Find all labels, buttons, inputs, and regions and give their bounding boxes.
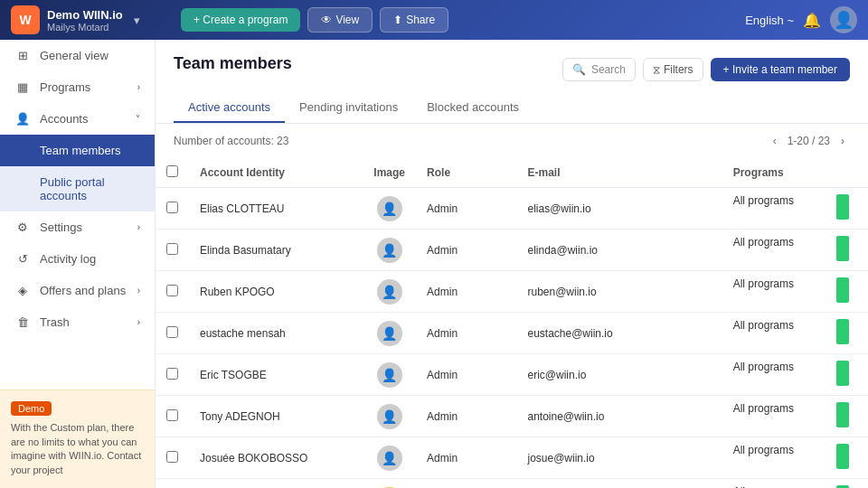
sidebar-item-settings[interactable]: ⚙ Settings › [0,211,155,243]
table-row: Elias CLOTTEAU👤Adminelias@wiin.ioAll pro… [156,188,868,230]
row-name: Elinda Basumatary [189,230,363,271]
row-checkbox-cell [156,396,189,437]
table-row: Elinda Basumatary👤Adminelinda@wiin.ioAll… [156,230,868,271]
row-checkbox[interactable] [166,368,178,380]
share-icon: ⬆ [393,14,402,26]
select-all-checkbox[interactable] [166,165,178,177]
trash-chevron-icon: › [137,317,140,327]
tab-blocked-accounts[interactable]: Blocked accounts [412,93,533,123]
row-role: Admin [416,188,516,230]
row-checkbox[interactable] [166,451,178,463]
tab-pending-invitations[interactable]: Pending invitations [285,93,412,123]
row-role: Admin [416,313,516,354]
row-name: Eric TSOGBE [189,354,363,396]
invite-team-member-button[interactable]: + Invite a team member [711,58,850,81]
sidebar-item-offers[interactable]: ◈ Offers and plans › [0,275,155,306]
home-icon: ⊞ [14,49,31,62]
row-email: josue@wiin.io [516,437,722,479]
row-programs: All programs [722,230,826,255]
share-button[interactable]: ⬆ Share [380,7,448,33]
row-checkbox-cell [156,188,189,230]
row-checkbox[interactable] [166,326,178,338]
row-checkbox-cell [156,230,189,271]
logo-icon: W [11,5,40,34]
sidebar-item-trash[interactable]: 🗑 Trash › [0,306,155,338]
sidebar-label-public-portal: Public portal accounts [40,175,140,202]
row-checkbox[interactable] [166,285,178,296]
pagination: ‹ 1-20 / 23 › [768,133,850,149]
row-programs-bar-cell [826,479,868,489]
sidebar-item-accounts[interactable]: 👤 Accounts ˅ [0,103,155,135]
row-programs: All programs [722,188,826,213]
row-name: Josuée BOKOBOSSO [189,437,363,479]
row-checkbox[interactable] [166,409,178,421]
table-container: Number of accounts: 23 ‹ 1-20 / 23 › Acc… [156,124,868,488]
row-avatar-cell: 😊 [363,479,416,489]
row-checkbox-cell [156,313,189,354]
sidebar-item-team-members[interactable]: Team members [0,135,155,166]
settings-chevron-icon: › [137,222,140,232]
row-programs: All programs [722,479,826,488]
row-email: elinda@wiin.io [516,230,722,271]
row-programs-bar-cell [826,230,868,271]
programs-bar [836,444,849,469]
row-programs-bar-cell [826,396,868,437]
row-programs: All programs [722,396,826,421]
row-email: eustache@wiin.io [516,313,722,354]
search-box[interactable]: 🔍 Search [562,58,636,81]
row-programs: All programs [722,313,826,338]
tab-active-accounts[interactable]: Active accounts [174,93,285,123]
create-program-button[interactable]: + Create a program [181,8,300,32]
user-avatar-img: 👤 [377,446,402,471]
user-avatar[interactable]: 👤 [830,6,857,33]
top-header: W Demo WIIN.io Mailys Motard ▾ + Create … [0,0,868,40]
tabs: Active accounts Pending invitations Bloc… [174,93,850,123]
trash-icon: 🗑 [14,315,31,329]
pagination-next[interactable]: › [835,133,850,149]
row-programs-bar-cell [826,437,868,479]
row-checkbox[interactable] [166,202,178,213]
row-role: Admin [416,230,516,271]
row-avatar-cell: 👤 [363,313,416,354]
table-row: Paul Desjuzeur😊Adminpaul@wiin.ioAll prog… [156,479,868,489]
offers-icon: ◈ [14,284,31,297]
language-selector[interactable]: English ~ [745,14,794,27]
row-programs-bar-cell [826,313,868,354]
row-name: Tony ADEGNOH [189,396,363,437]
demo-description: With the Custom plan, there are no limit… [11,421,144,477]
sidebar-item-programs[interactable]: ▦ Programs › [0,71,155,103]
row-checkbox[interactable] [166,243,178,255]
notification-bell-icon[interactable]: 🔔 [803,12,821,29]
row-email: paul@wiin.io [516,479,722,489]
filter-icon: ⧖ [653,63,660,76]
row-programs-bar-cell [826,188,868,230]
sidebar-item-public-portal[interactable]: Public portal accounts [0,166,155,211]
search-icon: 🔍 [572,63,586,76]
sidebar: ⊞ General view ▦ Programs › 👤 Accounts ˅… [0,40,156,488]
accounts-icon: 👤 [14,112,31,126]
activity-icon: ↺ [14,252,31,266]
search-placeholder: Search [591,63,626,76]
filters-button[interactable]: ⧖ Filters [643,58,703,81]
view-button[interactable]: 👁 View [307,7,373,33]
logo-area[interactable]: W Demo WIIN.io Mailys Motard ▾ [11,5,174,34]
table-row: Ruben KPOGO👤Adminruben@wiin.ioAll progra… [156,271,868,313]
company-name: Demo WIIN.io [47,8,123,22]
pagination-prev[interactable]: ‹ [768,133,782,149]
row-checkbox-cell [156,354,189,396]
row-avatar-cell: 👤 [363,271,416,313]
sidebar-demo-banner: Demo With the Custom plan, there are no … [0,389,155,488]
settings-icon: ⚙ [14,221,31,234]
row-programs: All programs [722,271,826,296]
logo-chevron-icon[interactable]: ▾ [134,14,140,27]
row-programs: All programs [722,437,826,463]
row-programs-bar-cell [826,354,868,396]
programs-chevron-icon: › [137,82,140,92]
row-avatar-cell: 👤 [363,354,416,396]
header-actions: + Create a program 👁 View ⬆ Share [181,7,738,33]
row-role: Admin [416,437,516,479]
sidebar-item-general-view[interactable]: ⊞ General view [0,40,155,71]
row-name: Elias CLOTTEAU [189,188,363,230]
col-bar [826,158,868,188]
sidebar-item-activity-log[interactable]: ↺ Activity log [0,243,155,275]
